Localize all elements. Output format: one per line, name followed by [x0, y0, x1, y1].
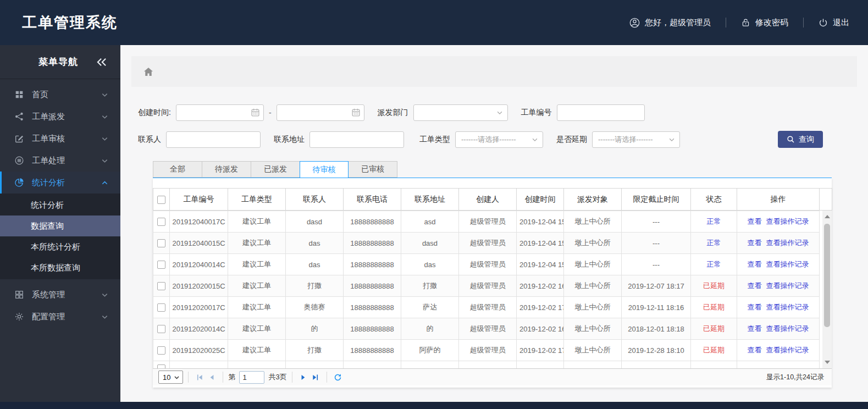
cell-operations: 查看查看操作记录 [737, 275, 820, 297]
is-delayed-select[interactable]: -------请选择------- [592, 131, 680, 148]
cell-operations: 查看查看操作记录 [737, 254, 820, 275]
sidebar-item-process[interactable]: 工单处理 [0, 150, 120, 172]
scrollbar-thumb[interactable] [824, 224, 830, 327]
user-menu[interactable]: 您好，超级管理员 [629, 18, 711, 28]
refresh-icon[interactable] [332, 371, 344, 383]
cell-phone: 18888888888 [344, 297, 401, 318]
tab-pending-review[interactable]: 待审核 [300, 161, 349, 178]
logout-button[interactable]: 退出 [819, 18, 849, 28]
sidebar-item-config[interactable]: 配置管理 [0, 306, 120, 328]
view-link[interactable]: 查看 [748, 239, 762, 247]
status-badge: 已延期 [691, 318, 737, 340]
tab-all[interactable]: 全部 [153, 161, 202, 178]
view-log-link[interactable]: 查看操作记录 [766, 346, 809, 354]
submenu-label: 数据查询 [31, 221, 64, 231]
tab-pending-dispatch[interactable]: 待派发 [202, 161, 251, 178]
partial-row [153, 361, 820, 369]
search-button[interactable]: 查询 [778, 131, 823, 148]
submenu-item-local-data-query[interactable]: 本所数据查询 [0, 257, 120, 278]
cell-address: 阿萨的 [401, 340, 459, 361]
page-size-select[interactable]: 10 [158, 371, 183, 384]
is-delayed-label: 是否延期 [556, 135, 587, 145]
view-link[interactable]: 查看 [748, 217, 762, 225]
view-link[interactable]: 查看 [748, 346, 762, 354]
created-from-input[interactable] [176, 104, 264, 121]
order-no-input[interactable] [557, 104, 645, 121]
last-page-button[interactable] [309, 371, 322, 383]
view-link[interactable]: 查看 [748, 303, 762, 311]
order-type-select[interactable]: -------请选择------- [455, 131, 543, 148]
row-checkbox-cell [153, 233, 170, 254]
tab-reviewed[interactable]: 已审核 [349, 161, 397, 178]
sidebar-item-home[interactable]: 首页 [0, 84, 120, 106]
lock-icon [741, 18, 750, 27]
row-checkbox[interactable] [157, 346, 165, 355]
row-checkbox[interactable] [157, 261, 165, 269]
cell-deadline: 2019-12-07 18:17 [622, 275, 691, 297]
row-checkbox[interactable] [157, 303, 165, 312]
view-log-link[interactable]: 查看操作记录 [766, 239, 809, 247]
submenu-item-statistics[interactable]: 统计分析 [0, 195, 120, 215]
cell-dispatch-target: 墩上中心所 [564, 318, 622, 340]
scroll-down-arrow[interactable] [825, 361, 830, 364]
sidebar-item-dispatch[interactable]: 工单派发 [0, 106, 120, 128]
view-log-link[interactable]: 查看操作记录 [766, 324, 809, 333]
header-spacer [820, 189, 832, 211]
submenu-item-local-statistics[interactable]: 本所统计分析 [0, 236, 120, 257]
row-checkbox[interactable] [157, 239, 165, 247]
row-checkbox[interactable] [157, 325, 165, 333]
main-content: 创建时间: - 派发部门 [120, 45, 868, 402]
share-icon [14, 112, 24, 121]
submenu-item-data-query[interactable]: 数据查询 [0, 215, 120, 236]
home-icon[interactable] [143, 67, 153, 76]
row-checkbox[interactable] [157, 282, 165, 290]
view-log-link[interactable]: 查看操作记录 [766, 217, 809, 225]
tab-dispatched[interactable]: 已派发 [251, 161, 300, 178]
sidebar-item-system[interactable]: 系统管理 [0, 284, 120, 306]
cell-creator: 超级管理员 [459, 275, 517, 297]
collapse-sidebar-icon[interactable] [96, 58, 107, 67]
submenu-label: 本所数据查询 [31, 263, 80, 273]
contact-label: 联系人 [138, 135, 161, 145]
cell-order-type: 建议工单 [228, 254, 286, 275]
divider [327, 372, 327, 383]
next-page-button[interactable] [297, 371, 309, 383]
sidebar-item-statistics[interactable]: 统计分析 [0, 172, 120, 194]
table-row: 201912020017C 建议工单 奥德赛 18888888888 萨达 超级… [153, 297, 820, 318]
view-link[interactable]: 查看 [748, 281, 762, 290]
chevron-down-icon [101, 157, 108, 164]
view-log-link[interactable]: 查看操作记录 [766, 303, 809, 311]
cell-contact: das [286, 233, 344, 254]
vertical-scrollbar[interactable] [822, 211, 832, 368]
select-all-checkbox[interactable] [157, 196, 165, 204]
status-badge: 已延期 [691, 340, 737, 361]
view-log-link[interactable]: 查看操作记录 [766, 281, 809, 290]
prev-page-button[interactable] [206, 371, 218, 383]
first-page-button[interactable] [193, 371, 206, 383]
row-checkbox[interactable] [157, 218, 165, 226]
cell-operations: 查看查看操作记录 [737, 318, 820, 340]
page-number-input[interactable] [239, 371, 264, 384]
row-checkbox[interactable] [157, 364, 165, 368]
cell-contact: das [286, 254, 344, 275]
change-password-label: 修改密码 [755, 18, 788, 28]
created-to-input[interactable] [277, 104, 364, 121]
scroll-up-arrow[interactable] [825, 215, 830, 218]
filter-row-1: 创建时间: - 派发部门 [138, 104, 857, 121]
view-link[interactable]: 查看 [748, 260, 762, 268]
col-phone: 联系电话 [344, 189, 401, 211]
cell-deadline: --- [622, 211, 691, 233]
department-select[interactable] [413, 104, 508, 121]
status-badge: 已延期 [691, 275, 737, 297]
sidebar-item-label: 统计分析 [32, 178, 65, 188]
sidebar-item-review[interactable]: 工单审核 [0, 128, 120, 150]
contact-input[interactable] [166, 131, 261, 148]
app-title: 工单管理系统 [22, 13, 118, 32]
change-password-button[interactable]: 修改密码 [741, 18, 788, 28]
cell-order-type: 建议工单 [228, 297, 286, 318]
address-input[interactable] [309, 131, 404, 148]
view-link[interactable]: 查看 [748, 324, 762, 333]
search-icon [787, 135, 795, 143]
cell-order-no: 201912040017C [170, 211, 228, 233]
view-log-link[interactable]: 查看操作记录 [766, 260, 809, 268]
